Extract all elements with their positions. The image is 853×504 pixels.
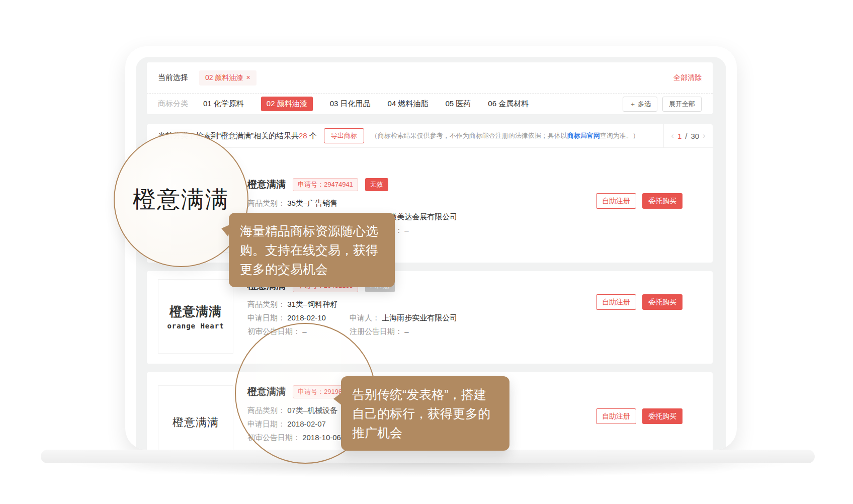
pagination: ‹ 1 / 30 › <box>663 124 713 147</box>
laptop-base <box>41 450 815 463</box>
row-actions-3: 自助注册 委托购买 <box>596 408 683 424</box>
magnified-trademark-text: 橙意满满 <box>133 184 229 215</box>
trademark-image-3[interactable]: 橙意满满 <box>158 385 233 450</box>
category-item-01[interactable]: 01 化学原料 <box>203 99 244 109</box>
trademark-image-text: 橙意满满 <box>173 415 219 430</box>
category-row-label: 商标分类 <box>158 99 188 109</box>
current-selection-row: 当前选择 02 颜料油漆× 全部清除 <box>147 62 713 94</box>
category-field-label: 商品类别： <box>247 300 285 308</box>
total-pages: 30 <box>691 132 699 140</box>
reg-publication-label: 注册公告日期： <box>350 327 402 335</box>
application-number-tag: 申请号：29474941 <box>293 178 358 191</box>
current-page: 1 <box>677 132 681 140</box>
callout-text: 海量精品商标资源随心选购。支持在线交易，获得更多的交易机会 <box>240 224 378 276</box>
prev-page-icon[interactable]: ‹ <box>671 131 674 141</box>
callout-tail-icon <box>333 392 342 405</box>
category-item-06[interactable]: 06 金属材料 <box>488 99 529 109</box>
category-field-label: 商品类别： <box>247 199 285 207</box>
reg-publication-value: – <box>404 226 408 234</box>
category-actions: ＋ 多选 展开全部 <box>623 97 702 112</box>
results-summary-area: 当前分类下检索到“橙意满满”相关的结果共28 个 导出商标 （商标检索结果仅供参… <box>147 124 663 147</box>
row-actions-1: 自助注册 委托购买 <box>596 193 683 209</box>
applicant-value: 上海雨步实业有限公司 <box>382 313 457 322</box>
status-badge-invalid: 无效 <box>365 178 388 191</box>
filter-card: 当前选择 02 颜料油漆× 全部清除 商标分类 01 化学原料 02 颜料油漆 … <box>147 62 713 114</box>
entrust-buy-button[interactable]: 委托购买 <box>642 294 683 310</box>
category-field-value: 31类–饲料种籽 <box>287 300 337 308</box>
results-count: 28 <box>299 131 307 140</box>
entrust-buy-button[interactable]: 委托购买 <box>642 193 683 209</box>
expand-all-button[interactable]: 展开全部 <box>662 97 702 112</box>
trademark-image-subtext: orange Heart <box>167 322 224 330</box>
category-item-05[interactable]: 05 医药 <box>445 99 471 109</box>
category-field-value: 35类–广告销售 <box>287 199 337 207</box>
self-register-button[interactable]: 自助注册 <box>596 408 636 424</box>
apply-date-label: 申请日期： <box>247 313 285 322</box>
page-separator: / <box>685 132 687 140</box>
row-actions-2: 自助注册 委托购买 <box>596 294 683 310</box>
trademark-image-text: 橙意满满 <box>169 303 222 320</box>
marketing-screenshot-stage: 当前选择 02 颜料油漆× 全部清除 商标分类 01 化学原料 02 颜料油漆 … <box>0 0 853 504</box>
category-item-04[interactable]: 04 燃料油脂 <box>388 99 429 109</box>
current-selection-label: 当前选择 <box>158 73 188 82</box>
export-trademarks-button[interactable]: 导出商标 <box>324 128 364 143</box>
results-disclaimer: （商标检索结果仅供参考，不作为商标能否注册的法律依据；具体以商标局官网查询为准。… <box>371 131 639 140</box>
selected-filter-tag[interactable]: 02 颜料油漆× <box>199 70 257 86</box>
callout-buy-trademarks: 海量精品商标资源随心选购。支持在线交易，获得更多的交易机会 <box>229 213 395 287</box>
clear-all-link[interactable]: 全部清除 <box>673 73 702 82</box>
category-item-02-selected[interactable]: 02 颜料油漆 <box>261 97 313 111</box>
magnifier-lens-1: 橙意满满 <box>114 132 248 267</box>
trademark-office-link[interactable]: 商标局官网 <box>567 132 600 139</box>
tag-close-icon[interactable]: × <box>246 73 250 81</box>
results-header: 当前分类下检索到“橙意满满”相关的结果共28 个 导出商标 （商标检索结果仅供参… <box>147 124 713 148</box>
row-gap <box>147 364 713 372</box>
trademark-image-2[interactable]: 橙意满满 orange Heart <box>158 279 233 354</box>
category-item-03[interactable]: 03 日化用品 <box>330 99 371 109</box>
self-register-button[interactable]: 自助注册 <box>596 193 636 209</box>
next-page-icon[interactable]: › <box>703 131 706 141</box>
category-row: 商标分类 01 化学原料 02 颜料油漆 03 日化用品 04 燃料油脂 05 … <box>147 94 713 114</box>
multi-select-button[interactable]: ＋ 多选 <box>623 97 657 112</box>
callout-text: 告别传统“发表格”，搭建自己的标行，获得更多的推广机会 <box>352 387 490 440</box>
reg-publication-value: – <box>404 327 408 335</box>
apply-date-value: 2018-02-10 <box>287 313 326 322</box>
entrust-buy-button[interactable]: 委托购买 <box>642 408 683 424</box>
self-register-button[interactable]: 自助注册 <box>596 294 636 310</box>
callout-build-shop: 告别传统“发表格”，搭建自己的标行，获得更多的推广机会 <box>341 376 509 451</box>
trademark-name[interactable]: 橙意满满 <box>247 178 286 191</box>
applicant-label: 申请人： <box>350 313 380 322</box>
